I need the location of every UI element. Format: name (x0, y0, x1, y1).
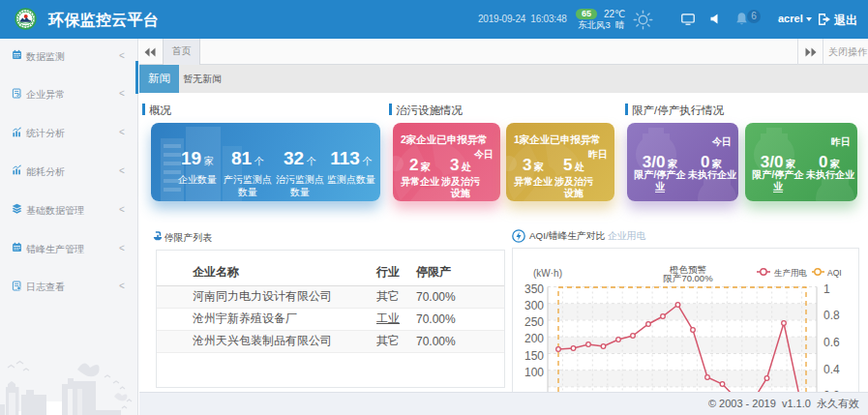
svg-text:250: 250 (524, 315, 544, 329)
svg-text:(kW·h): (kW·h) (533, 268, 562, 279)
svg-text:150: 150 (524, 349, 544, 363)
svg-text:300: 300 (524, 299, 544, 312)
svg-text:0.8: 0.8 (823, 309, 840, 322)
svg-text:0.4: 0.4 (823, 363, 840, 376)
svg-text:350: 350 (524, 282, 544, 296)
svg-text:限产70.00%: 限产70.00% (663, 273, 713, 283)
svg-text:200: 200 (524, 332, 544, 345)
svg-text:100: 100 (524, 366, 544, 379)
svg-text:AQI: AQI (827, 268, 842, 278)
svg-text:0.6: 0.6 (823, 336, 840, 349)
svg-text:1: 1 (823, 282, 830, 296)
svg-text:生产用电: 生产用电 (774, 268, 808, 278)
